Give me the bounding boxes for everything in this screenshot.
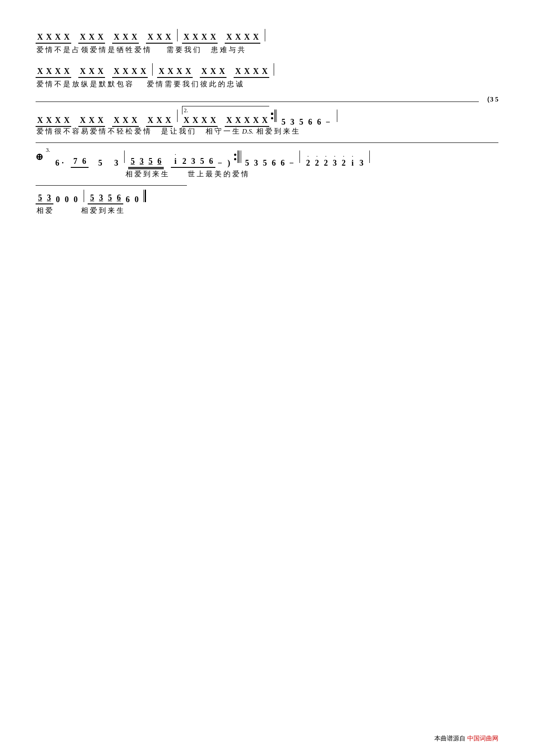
note: X [130,67,138,76]
note: X [252,116,260,125]
lyric-char: 是 [62,45,71,55]
note: 6 [279,159,287,168]
note: X [218,67,226,76]
lyric-char: 包 [116,80,125,89]
row4-lyrics: 相 爱 到 来 生 世 上 最 美 的 爱 情 [36,170,498,179]
note: X [130,33,138,42]
note-group: X X X X [36,116,71,127]
note: ) [225,159,233,168]
final-barline [143,190,146,202]
note: X [45,67,53,76]
lyric-char: 容 [71,127,80,136]
row2-music: X X X X X X X X X X X X X X X X X [36,61,498,78]
lyric-char: 生 [291,127,300,136]
note: X [200,116,208,125]
repeat-dots [234,154,236,160]
lyric-char: 情 [142,45,151,55]
note-group: 7 6 [71,157,89,168]
note: X [234,33,242,42]
note: 5 [243,159,251,168]
note: 0 [54,195,62,204]
thin-bar [241,150,241,163]
note: 3 [288,118,296,127]
note: 0 [72,195,80,204]
lyric-char: 容 [125,80,134,89]
section-separator [36,142,498,143]
lyric-char: 轻 [116,127,125,136]
note: X [79,67,87,76]
barline [124,150,125,163]
note: X [97,33,105,42]
note: X [191,116,199,125]
row3-topline: （3 5 [36,95,498,104]
lyric-char: 们 [190,80,199,89]
note: X [121,116,129,125]
note-group: 5 3 [36,193,53,204]
note: 6 [270,159,278,168]
lyric-char: 来 [151,170,160,179]
note: X [113,116,121,125]
lyric-char: 牺 [116,45,125,55]
note: i· [171,157,179,166]
lyric-char: 纵 [80,80,89,89]
note: X [88,116,96,125]
note: X [200,33,208,42]
note: 2· [340,159,348,168]
note: 5 [36,193,44,203]
lyric-char: 们 [192,45,201,55]
dot [271,117,273,119]
lyric-char: 来 [107,206,116,215]
row3-music: X X X X X X X X X X X X X [36,105,498,127]
note: 6 [53,159,61,168]
note-group-2: X X X [78,33,105,44]
lyric-char: 爱 [134,45,142,55]
note: X [234,116,242,125]
row1-music: X X X X X X X X X X X X X X X [36,27,498,44]
lyric-char: 生 [116,206,125,215]
lyric-char: 我 [178,127,187,136]
lyric-char: 爱 [89,206,98,215]
note: X [139,67,147,76]
lyric-char: 易 [80,127,89,136]
note: X [88,67,96,76]
lyric-char: 是 [89,80,98,89]
note: X [155,116,163,125]
note: X [182,116,190,125]
footer: 本曲谱源自 中国词曲网 [434,735,498,743]
note: − [324,118,332,127]
lyric-char: 很 [53,127,62,136]
lyric-char: 情 [240,170,249,179]
lyric-char: 情 [44,127,53,136]
note: 6 [207,157,215,166]
barline [265,29,265,41]
lyric-char: 此 [208,80,217,89]
note-group-1: X X X X [36,33,71,44]
note: X [121,67,129,76]
lyric-char: 领 [80,45,89,55]
note: X [155,33,163,42]
note: X [63,33,71,42]
note: 3 [138,157,146,166]
barline [177,110,178,122]
aug-dot: · [62,159,64,168]
note: X [252,33,260,42]
note: X [146,116,154,125]
lyric-char: 一 [222,127,231,136]
note: X [252,67,260,76]
note: X [200,67,208,76]
lyric-char: 与 [228,45,237,55]
note: X [113,33,121,42]
note: 6 [124,195,132,204]
lyric-char: 牲 [125,45,134,55]
lyric-char: 要 [173,80,182,89]
note: − [287,159,295,168]
note: 6 [155,157,163,166]
note-group: X X X X [182,116,218,127]
note: X [79,33,87,42]
dot [234,154,236,156]
note: 0 [133,195,141,204]
note: 6 [306,118,314,127]
row5-music: 5 3 0 0 0 5 3 5 6 6 0 [36,187,498,204]
note: 3 [112,159,120,168]
note: 5 [279,118,287,127]
